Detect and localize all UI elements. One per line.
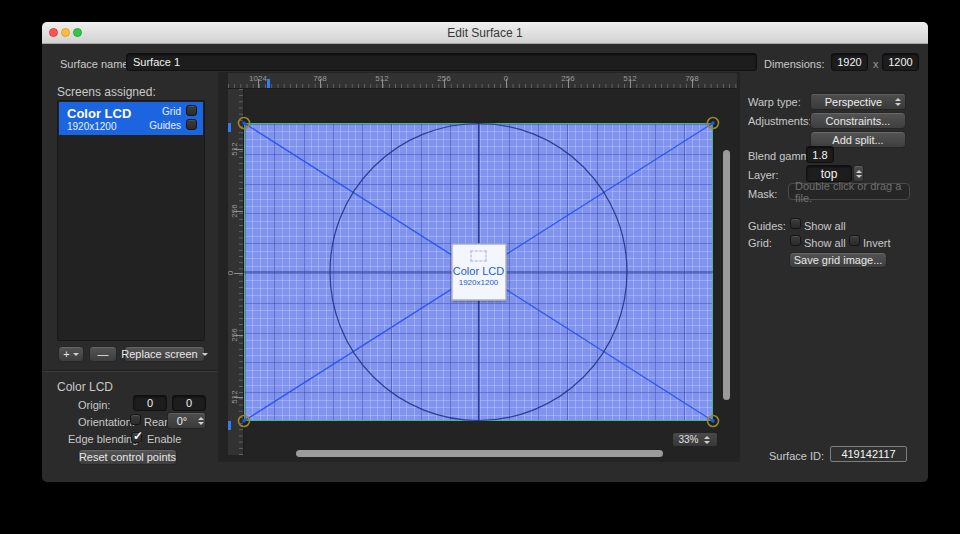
grid-show-all-label: Show all bbox=[804, 237, 846, 249]
ruler-label: 512 bbox=[623, 74, 636, 83]
layer-value: top bbox=[821, 167, 838, 181]
grid-section-label: Grid: bbox=[748, 237, 772, 249]
rotation-value: 0° bbox=[168, 415, 196, 427]
surface-name-label: Surface name: bbox=[60, 58, 132, 70]
guides-section-label: Guides: bbox=[748, 220, 786, 232]
enable-checkbox[interactable]: ✓ bbox=[131, 432, 142, 443]
dropdown-arrow-icon bbox=[73, 353, 79, 356]
horizontal-scrollbar[interactable] bbox=[296, 450, 663, 457]
origin-y-value: 0 bbox=[186, 397, 192, 409]
corner-handle-top-left[interactable] bbox=[239, 118, 250, 129]
mask-field[interactable]: Double click or drag a file. bbox=[788, 183, 910, 200]
surface-tag-name: Color LCD bbox=[452, 265, 505, 277]
layer-label: Layer: bbox=[748, 169, 779, 181]
ruler-marker bbox=[228, 421, 231, 430]
grid-show-all-checkbox[interactable] bbox=[790, 235, 801, 246]
checkmark-icon: ✓ bbox=[133, 429, 143, 443]
guides-show-all-label: Show all bbox=[804, 220, 846, 232]
up-down-arrows-icon bbox=[854, 170, 863, 178]
screen-name: Color LCD bbox=[67, 106, 131, 121]
ruler-marker bbox=[228, 123, 231, 132]
guides-show-all-checkbox[interactable] bbox=[790, 218, 801, 229]
up-down-arrows-icon bbox=[196, 417, 205, 425]
vertical-scrollbar[interactable] bbox=[723, 150, 730, 400]
add-split-label: Add split... bbox=[832, 134, 883, 146]
rear-label: Rear bbox=[144, 416, 168, 428]
ruler-label: 256 bbox=[230, 204, 239, 217]
blend-gamma-field[interactable]: 1.8 bbox=[806, 146, 834, 163]
warp-type-label: Warp type: bbox=[748, 96, 801, 108]
surface-tag-resolution: 1920x1200 bbox=[452, 278, 505, 287]
screens-list: Color LCD 1920x1200 Grid Guides bbox=[57, 100, 205, 341]
origin-label: Origin: bbox=[78, 399, 110, 411]
canvas-area[interactable]: 1024 768 512 256 0 256 512 768 512 256 0… bbox=[218, 72, 740, 462]
zoom-level-value: 33% bbox=[678, 434, 698, 445]
rotation-select[interactable]: 0° bbox=[167, 412, 206, 429]
dimension-width-value: 1920 bbox=[837, 56, 861, 68]
vertical-ruler: 512 256 0 256 512 bbox=[228, 89, 244, 455]
dimensions-label: Dimensions: bbox=[764, 58, 825, 70]
warp-type-select[interactable]: Perspective bbox=[810, 93, 906, 110]
corner-handle-top-right[interactable] bbox=[708, 118, 719, 129]
warp-type-value: Perspective bbox=[814, 96, 893, 108]
ruler-marker bbox=[267, 79, 270, 88]
dimension-separator: x bbox=[873, 58, 879, 70]
orientation-label: Orientation: bbox=[78, 416, 135, 428]
origin-x-value: 0 bbox=[147, 397, 153, 409]
ruler-label: 512 bbox=[230, 142, 239, 155]
horizontal-ruler: 1024 768 512 256 0 256 512 768 bbox=[228, 73, 737, 89]
plus-icon: + bbox=[63, 348, 69, 360]
dropdown-arrow-icon bbox=[202, 353, 208, 356]
constraints-button[interactable]: Constraints... bbox=[810, 112, 906, 129]
origin-x-field[interactable]: 0 bbox=[133, 395, 167, 411]
grid-label: Grid bbox=[162, 106, 181, 117]
reset-control-points-label: Reset control points bbox=[79, 451, 176, 463]
guides-checkbox[interactable] bbox=[186, 119, 197, 130]
dimension-height-value: 1200 bbox=[888, 56, 912, 68]
grid-invert-checkbox[interactable] bbox=[849, 235, 860, 246]
screen-resolution: 1920x1200 bbox=[67, 121, 117, 132]
ruler-label: 256 bbox=[230, 328, 239, 341]
grid-checkbox[interactable] bbox=[186, 105, 197, 116]
up-down-arrows-icon bbox=[703, 436, 712, 444]
window-title: Edit Surface 1 bbox=[42, 26, 928, 40]
ruler-label: 512 bbox=[230, 390, 239, 403]
add-screen-button[interactable]: + bbox=[58, 346, 84, 362]
surface-name-input[interactable]: Surface 1 bbox=[126, 53, 757, 71]
ruler-label: 768 bbox=[685, 74, 698, 83]
ruler-label: 768 bbox=[313, 74, 326, 83]
corner-handle-bottom-right[interactable] bbox=[708, 416, 719, 427]
edit-surface-window: Edit Surface 1 Surface name: Surface 1 D… bbox=[42, 22, 928, 482]
surface-tag-thumbnail bbox=[471, 251, 487, 262]
adjustments-label: Adjustments: bbox=[748, 115, 812, 127]
reset-control-points-button[interactable]: Reset control points bbox=[78, 449, 177, 465]
replace-screen-button[interactable]: Replace screen bbox=[124, 346, 205, 362]
origin-y-field[interactable]: 0 bbox=[172, 395, 206, 411]
dimension-height-field[interactable]: 1200 bbox=[882, 53, 919, 71]
surface-rect[interactable]: Color LCD 1920x1200 bbox=[244, 123, 713, 421]
mask-label: Mask: bbox=[748, 188, 777, 200]
corner-handle-bottom-left[interactable] bbox=[239, 416, 250, 427]
save-grid-image-label: Save grid image... bbox=[794, 254, 883, 266]
ruler-label: 512 bbox=[375, 74, 388, 83]
grid-invert-label: Invert bbox=[863, 237, 891, 249]
minus-icon: — bbox=[98, 348, 109, 360]
replace-screen-label: Replace screen bbox=[121, 348, 197, 360]
title-bar[interactable]: Edit Surface 1 bbox=[42, 22, 928, 44]
surface-tag: Color LCD 1920x1200 bbox=[451, 244, 506, 301]
screen-inspector-title: Color LCD bbox=[57, 380, 113, 394]
screen-list-item[interactable]: Color LCD 1920x1200 Grid Guides bbox=[59, 102, 203, 135]
save-grid-image-button[interactable]: Save grid image... bbox=[789, 252, 887, 268]
ruler-label: 256 bbox=[437, 74, 450, 83]
sidebar-divider bbox=[42, 370, 218, 371]
dimension-width-field[interactable]: 1920 bbox=[831, 53, 868, 71]
zoom-level-stepper[interactable]: 33% bbox=[672, 432, 718, 447]
surface-id-field[interactable]: 419142117 bbox=[830, 446, 907, 462]
rear-checkbox[interactable] bbox=[130, 414, 141, 425]
ruler-label: 0 bbox=[226, 271, 235, 275]
surface-id-value: 419142117 bbox=[841, 448, 895, 460]
mask-placeholder: Double click or drag a file. bbox=[795, 180, 909, 204]
enable-label: Enable bbox=[147, 433, 181, 445]
ruler-label: 1024 bbox=[249, 74, 267, 83]
remove-screen-button[interactable]: — bbox=[89, 346, 117, 362]
